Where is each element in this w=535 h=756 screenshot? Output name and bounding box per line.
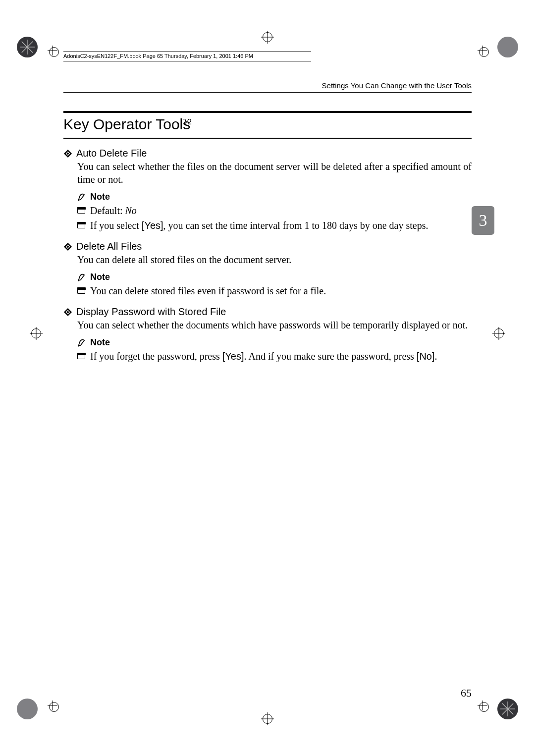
- diamond-icon: [63, 242, 72, 251]
- pencil-icon: [77, 192, 87, 202]
- diamond-icon: [63, 308, 72, 317]
- bullet-text-pre: If you select: [90, 220, 142, 231]
- target-tr: [478, 46, 487, 55]
- content-area: Key Operator Tools2⁄2 Auto Delete File Y…: [63, 111, 472, 363]
- registration-mark-bottom: [261, 712, 274, 725]
- item-body: You can select whether the files on the …: [77, 160, 472, 186]
- bullet-text-post: .: [435, 351, 437, 362]
- note-label: Note: [90, 192, 110, 202]
- item-title: Display Password with Stored File: [76, 306, 226, 318]
- diamond-icon: [63, 149, 72, 158]
- bullet-text-pre: If you forget the password, press: [90, 351, 222, 362]
- bullet-text-post: , you can set the time interval from 1 t…: [163, 220, 428, 231]
- item-title: Delete All Files: [76, 241, 142, 252]
- item-display-password: Display Password with Stored File You ca…: [63, 306, 472, 363]
- note-heading: Note: [77, 192, 472, 202]
- registration-mark-right: [492, 327, 505, 340]
- pencil-icon: [77, 272, 87, 282]
- book-file-header: AdonisC2-sysEN122F_FM.book Page 65 Thurs…: [63, 52, 311, 61]
- item-auto-delete-file: Auto Delete File You can select whether …: [63, 148, 472, 232]
- bullet-icon: [77, 207, 85, 214]
- page-frame: AdonisC2-sysEN122F_FM.book Page 65 Thurs…: [63, 52, 472, 704]
- section-fraction: 2⁄2: [182, 117, 192, 126]
- corner-ornament-tr: [497, 37, 518, 57]
- registration-mark-top: [261, 31, 274, 44]
- note-heading: Note: [77, 337, 472, 348]
- bullet-text-yes: [Yes]: [222, 351, 244, 362]
- bullet-icon: [77, 353, 85, 359]
- book-file-text: AdonisC2-sysEN122F_FM.book Page 65 Thurs…: [63, 53, 253, 59]
- bullet-text: You can delete stored files even if pass…: [90, 285, 326, 296]
- note-heading: Note: [77, 272, 472, 282]
- bullet-yes-range: If you select [Yes], you can set the tim…: [77, 219, 472, 232]
- bullet-text-italic: No: [125, 205, 137, 216]
- header-rule: [63, 92, 472, 93]
- corner-ornament-br: [497, 699, 518, 719]
- corner-ornament-bl: [17, 699, 38, 719]
- bullet-text-pre: Default:: [90, 205, 125, 216]
- bullet-icon: [77, 222, 85, 228]
- section-rule-top: [63, 111, 472, 113]
- target-tl: [48, 46, 57, 55]
- section-title-text: Key Operator Tools: [63, 116, 190, 132]
- bullet-text-yes: [Yes]: [142, 220, 163, 231]
- item-title: Auto Delete File: [76, 148, 147, 159]
- chapter-tab: 3: [472, 206, 494, 235]
- bullet-icon: [77, 287, 85, 294]
- item-delete-all-files: Delete All Files You can delete all stor…: [63, 241, 472, 297]
- bullet-forget-password: If you forget the password, press [Yes].…: [77, 350, 472, 363]
- bullet-text-mid: . And if you make sure the password, pre…: [244, 351, 417, 362]
- bullet-delete-stored: You can delete stored files even if pass…: [77, 284, 472, 297]
- section-rule-bottom: [63, 138, 472, 139]
- page-number: 65: [461, 687, 472, 700]
- bullet-default: Default: No: [77, 204, 472, 217]
- note-label: Note: [90, 337, 110, 348]
- item-body: You can select whether the documents whi…: [77, 319, 472, 331]
- corner-ornament-tl: [17, 37, 38, 57]
- pencil-icon: [77, 338, 87, 348]
- note-label: Note: [90, 272, 110, 282]
- running-head: Settings You Can Change with the User To…: [322, 81, 472, 90]
- bullet-text-no: [No]: [417, 351, 435, 362]
- item-body: You can delete all stored files on the d…: [77, 253, 472, 266]
- target-bl: [48, 701, 57, 710]
- target-br: [478, 701, 487, 710]
- section-title: Key Operator Tools2⁄2: [63, 116, 472, 133]
- registration-mark-left: [30, 327, 43, 340]
